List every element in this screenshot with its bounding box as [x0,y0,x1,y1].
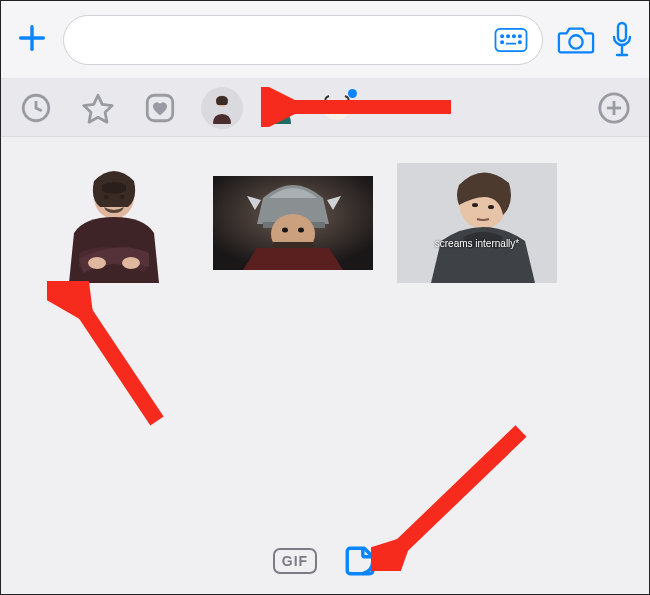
add-attachment-button[interactable] [15,21,49,59]
svg-point-8 [519,41,521,43]
svg-point-30 [88,257,106,269]
svg-point-31 [122,257,140,269]
microphone-button[interactable] [609,21,635,59]
stickers-tab[interactable] [343,544,377,578]
svg-point-3 [501,35,503,37]
add-sticker-pack-button[interactable] [593,87,635,129]
heart-pack-tab[interactable] [139,87,181,129]
svg-point-10 [569,35,582,48]
sticker-grid: screams internally* [1,137,649,309]
sticker-pack-1-tab[interactable] [201,87,243,129]
gif-sticker-toggle-bar: GIF [1,528,649,594]
svg-point-28 [104,195,109,199]
svg-point-29 [120,195,125,199]
svg-point-7 [501,41,503,43]
svg-point-4 [507,35,509,37]
svg-point-37 [282,228,288,233]
sticker-1[interactable] [39,163,189,283]
favorites-tab[interactable] [77,87,119,129]
svg-point-5 [513,35,515,37]
keyboard-icon[interactable] [494,27,528,53]
svg-rect-11 [618,23,626,41]
gif-tab[interactable]: GIF [273,548,317,574]
svg-point-23 [335,110,339,114]
sticker-pack-1-thumb-icon [204,90,240,126]
sticker-pack-3-tab[interactable] [319,87,355,129]
svg-point-42 [488,205,494,209]
sticker-pack-2-thumb-icon [263,90,299,126]
sticker-pack-2-tab[interactable] [263,87,299,129]
sticker-packs-tab-bar [1,79,649,137]
recents-tab[interactable] [15,87,57,129]
svg-marker-15 [84,95,112,122]
compose-bar [1,1,649,79]
svg-point-38 [298,228,304,233]
svg-rect-2 [495,28,526,50]
svg-point-22 [340,106,344,110]
message-input[interactable] [63,15,543,65]
svg-point-6 [519,35,521,37]
camera-button[interactable] [557,23,595,57]
svg-point-41 [472,203,478,207]
svg-line-44 [77,301,157,421]
sticker-3[interactable]: screams internally* [397,163,557,283]
sticker-2[interactable] [213,176,373,270]
sticker-pack-3-thumb-icon [319,90,355,126]
svg-point-21 [330,106,334,110]
